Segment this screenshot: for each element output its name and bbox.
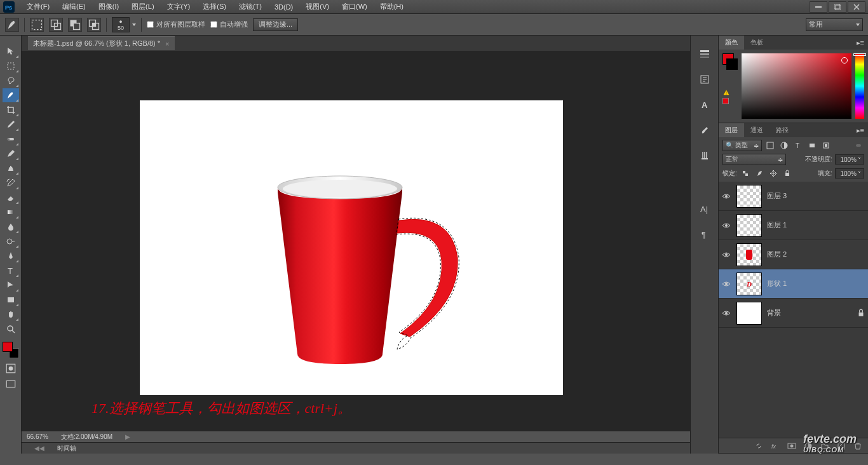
layer-row[interactable]: 图层 1 [719,211,868,240]
color-bg-swatch[interactable] [726,58,738,70]
menu-file[interactable]: 文件(F) [20,2,56,11]
timeline-label[interactable]: 时间轴 [51,444,83,453]
filter-smart-icon[interactable] [820,140,832,151]
layers-tab[interactable]: 图层 [719,123,744,137]
gradient-tool-icon[interactable] [3,205,19,219]
path-selection-tool-icon[interactable] [3,278,19,292]
history-brush-tool-icon[interactable] [3,176,19,190]
new-layer-icon[interactable] [836,441,846,451]
layer-thumbnail[interactable] [736,185,762,208]
blur-tool-icon[interactable] [3,220,19,234]
crop-tool-icon[interactable] [3,103,19,117]
layer-row[interactable]: 图层 2 [719,240,868,269]
layer-name[interactable]: 形状 1 [767,279,865,288]
lock-image-icon[interactable] [754,168,765,179]
link-layers-icon[interactable] [754,441,764,451]
menu-select[interactable]: 选择(S) [196,2,233,11]
close-button[interactable] [848,1,865,13]
layer-thumbnail[interactable] [736,243,762,266]
new-selection-icon[interactable] [30,18,44,32]
opacity-input[interactable]: 100% ˅ [835,154,864,165]
delete-layer-icon[interactable] [853,441,863,451]
menu-type[interactable]: 文字(Y) [161,2,197,11]
menu-filter[interactable]: 滤镜(T) [233,2,268,11]
color-tab[interactable]: 颜色 [719,36,744,50]
filter-toggle-icon[interactable] [853,140,864,151]
visibility-toggle-icon[interactable] [721,191,731,201]
layer-fx-icon[interactable]: fx [770,441,780,451]
sample-all-layers-checkbox[interactable]: 对所有图层取样 [147,20,205,29]
refine-edge-button[interactable]: 调整边缘... [253,18,298,31]
visibility-toggle-icon[interactable] [721,308,731,318]
menu-layer[interactable]: 图层(L) [125,2,160,11]
brush-presets-panel-icon[interactable] [696,147,713,164]
blend-mode-select[interactable]: 正常≑ [722,154,786,165]
paths-tab[interactable]: 路径 [770,123,795,137]
layer-thumbnail[interactable]: D [736,273,762,295]
menu-image[interactable]: 图像(I) [92,2,125,11]
document-tab[interactable]: 未标题-1.psd @ 66.7% (形状 1, RGB/8) * × [28,36,175,50]
add-selection-icon[interactable] [49,18,63,32]
zoom-level[interactable]: 66.67% [27,433,48,440]
hand-tool-icon[interactable] [3,307,19,321]
channels-tab[interactable]: 通道 [744,123,770,137]
lock-position-icon[interactable] [768,168,779,179]
brush-sample[interactable]: ●50 [112,17,136,32]
layer-name[interactable]: 背景 [767,308,851,318]
eraser-tool-icon[interactable] [3,191,19,205]
tool-preset-icon[interactable] [5,18,19,32]
filter-adjustment-icon[interactable] [778,140,790,151]
dodge-tool-icon[interactable] [3,234,19,248]
swatches-tab[interactable]: 色板 [744,36,770,50]
filter-type-icon[interactable]: T [792,140,804,151]
history-panel-icon[interactable] [696,46,713,62]
menu-3d[interactable]: 3D(D) [268,3,299,11]
screen-mode-icon[interactable] [5,379,17,390]
color-field[interactable] [742,53,851,119]
layer-name[interactable]: 图层 2 [767,250,865,259]
properties-panel-icon[interactable] [696,71,713,88]
hue-slider[interactable] [855,53,864,119]
auto-enhance-checkbox[interactable]: 自动增强 [210,20,248,29]
fill-input[interactable]: 100% ˅ [835,168,864,179]
foreground-color-swatch[interactable] [3,342,13,352]
layer-name[interactable]: 图层 3 [767,191,865,201]
pen-tool-icon[interactable] [3,249,19,263]
layer-thumbnail[interactable] [736,214,762,237]
layer-mask-icon[interactable] [787,441,797,451]
lock-transparent-icon[interactable] [740,168,751,179]
layer-name[interactable]: 图层 1 [767,220,865,230]
lock-all-icon[interactable] [782,168,793,179]
menu-view[interactable]: 视图(V) [299,2,336,11]
color-picker-ring[interactable] [841,57,848,64]
lasso-tool-icon[interactable] [3,74,19,88]
subtract-selection-icon[interactable] [68,18,82,32]
gamut-warning-icon[interactable]: ! [722,89,730,97]
clone-stamp-tool-icon[interactable] [3,161,19,175]
layer-filter-type-select[interactable]: 🔍 类型≑ [722,140,762,151]
visibility-toggle-icon[interactable] [721,250,731,260]
close-tab-icon[interactable]: × [165,40,169,48]
maximize-button[interactable] [829,1,846,13]
menu-edit[interactable]: 编辑(E) [56,2,92,11]
healing-brush-tool-icon[interactable] [3,132,19,146]
filter-pixel-icon[interactable] [764,140,776,151]
layers-panel-menu-icon[interactable]: ▸≡ [853,126,868,135]
layer-row[interactable]: 图层 3 [719,182,868,211]
adjustment-layer-icon[interactable] [803,441,813,451]
layer-list[interactable]: 图层 3图层 1图层 2D形状 1背景 [719,182,868,438]
group-layers-icon[interactable] [820,441,830,451]
type-tool-icon[interactable]: T [3,264,19,278]
visibility-toggle-icon[interactable] [721,220,731,231]
eyedropper-tool-icon[interactable] [3,118,19,131]
zoom-tool-icon[interactable] [3,322,19,336]
filter-shape-icon[interactable] [806,140,818,151]
menu-window[interactable]: 窗口(W) [336,2,374,11]
brush-panel-icon[interactable] [696,122,713,138]
minimize-button[interactable] [810,1,827,13]
brush-tool-icon[interactable] [3,147,19,161]
intersect-selection-icon[interactable] [87,18,101,32]
color-panel-menu-icon[interactable]: ▸≡ [853,39,868,47]
color-swatches[interactable] [3,342,19,358]
layer-row[interactable]: D形状 1 [719,269,868,299]
